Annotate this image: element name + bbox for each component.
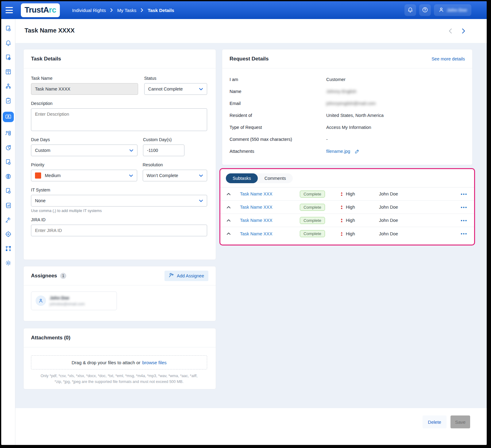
page-title: Task Name XXXX (25, 27, 75, 34)
left-sidebar (1, 19, 15, 445)
sidebar-item-ledger-icon[interactable] (4, 68, 12, 75)
resolution-select[interactable]: Won’t Complete (143, 170, 207, 181)
browse-files-link[interactable]: browse files (142, 360, 167, 365)
help-button[interactable] (419, 4, 431, 16)
subtask-assignee: John Doe (379, 218, 461, 223)
app-window: TrustArc Individual Rights My Tasks Task… (1, 1, 487, 445)
page-title-bar: Task Name XXXX (15, 19, 487, 43)
subtask-name-link[interactable]: Task Name XXX (240, 205, 300, 210)
task-name-input[interactable] (31, 83, 138, 95)
assignee-email: johndoe@email.com (50, 302, 85, 306)
priority-high-icon: ▲▲ (340, 192, 343, 196)
previous-task-button[interactable] (449, 28, 452, 34)
it-system-helper-text: Use comma (,) to add multiple IT systems (31, 209, 207, 213)
sidebar-item-document-globe-icon[interactable] (4, 54, 12, 61)
sidebar-item-document-clock-icon[interactable] (4, 25, 12, 32)
priority-select[interactable]: Medium (31, 170, 137, 181)
resolution-label: Resolution (143, 162, 207, 167)
sidebar-item-clipboard-check-icon[interactable] (4, 97, 12, 104)
status-badge: Complete (300, 204, 325, 211)
subtask-assignee: John Doe (379, 191, 461, 196)
subtask-name-link[interactable]: Task Name XXX (240, 191, 300, 196)
assignee-card[interactable]: John Doe johndoe@email.com (31, 292, 117, 310)
help-icon (422, 7, 428, 14)
save-button[interactable]: Save (450, 415, 470, 428)
breadcrumb: Individual Rights My Tasks Task Details (72, 8, 174, 13)
attachment-file-link[interactable]: filename.jpg (326, 149, 350, 154)
top-navbar: TrustArc Individual Rights My Tasks Task… (1, 1, 487, 19)
collapse-chevron-up-icon[interactable] (226, 232, 240, 235)
row-actions-menu-icon[interactable]: ••• (461, 231, 467, 236)
priority-high-icon: ▲▲ (340, 205, 343, 209)
sidebar-item-brain-icon[interactable] (4, 173, 12, 180)
breadcrumb-individual-rights[interactable]: Individual Rights (72, 8, 106, 13)
hamburger-menu-icon[interactable] (6, 7, 14, 13)
request-row-type-of-request: Type of Request Access My Information (230, 124, 464, 130)
attachments-title: Attachments (0) (31, 335, 70, 341)
person-plus-icon (169, 273, 174, 279)
trustarc-logo[interactable]: TrustArc (21, 3, 60, 17)
file-dropzone[interactable]: Drag & drop your files to attach or brow… (31, 355, 207, 369)
custom-days-input[interactable] (143, 145, 184, 156)
description-textarea[interactable] (31, 108, 207, 131)
it-system-label: IT System (31, 187, 207, 192)
dropzone-text: Drag & drop your files to attach or (72, 360, 140, 365)
sidebar-item-workflow-icon[interactable] (4, 245, 12, 252)
notifications-button[interactable] (404, 4, 416, 16)
due-days-select[interactable]: Custom (31, 145, 137, 156)
sidebar-item-bell-icon[interactable] (4, 40, 12, 46)
sidebar-item-org-chart-icon[interactable] (4, 83, 12, 90)
logo-text-dark: TrustA (25, 5, 49, 14)
user-name: John Doe (447, 8, 467, 13)
description-label: Description (31, 101, 207, 106)
row-actions-menu-icon[interactable]: ••• (461, 205, 467, 210)
sidebar-item-target-icon[interactable] (4, 231, 12, 238)
delete-button[interactable]: Delete (423, 415, 447, 428)
jira-id-input[interactable] (31, 225, 207, 236)
request-details-title: Request Details (230, 56, 269, 62)
collapse-chevron-up-icon[interactable] (226, 219, 240, 222)
priority-text: High (346, 218, 355, 223)
sidebar-item-document-info-icon[interactable] (4, 159, 12, 165)
subtask-name-link[interactable]: Task Name XXX (240, 218, 300, 223)
subtask-row: Task Name XXX Complete ▲▲High John Doe •… (220, 201, 474, 214)
chevron-right-icon (110, 8, 113, 12)
chevron-down-icon (199, 173, 203, 178)
task-details-title: Task Details (31, 56, 61, 62)
sidebar-item-person-list-icon[interactable] (4, 130, 12, 137)
it-system-select[interactable]: None (31, 195, 207, 207)
request-row-resident-of: Resident of United States, North America (230, 112, 464, 118)
tab-subtasks[interactable]: Subtasks (226, 173, 258, 183)
collapse-chevron-up-icon[interactable] (226, 193, 240, 195)
subtask-row: Task Name XXX Complete ▲▲High John Doe •… (220, 227, 474, 240)
main-content: Task Details Task Name Status Cannot Com… (15, 43, 487, 408)
row-actions-menu-icon[interactable]: ••• (461, 191, 467, 197)
row-actions-menu-icon[interactable]: ••• (461, 218, 467, 223)
supported-formats-note: Only *pdf, *csv, *xls, *xlsx, *docx, *do… (31, 373, 207, 385)
request-details-card: Request Details See more details I am Cu… (222, 49, 473, 165)
assignees-count-badge: 1 (60, 273, 66, 279)
request-row-comment: Comment (550 max characters) - (230, 136, 464, 142)
sidebar-item-pie-chart-icon[interactable] (4, 144, 12, 151)
status-select[interactable]: Cannot Complete (144, 83, 207, 95)
user-menu-button[interactable]: John Doe (434, 4, 471, 16)
breadcrumb-my-tasks[interactable]: My Tasks (117, 8, 136, 13)
chevron-down-icon (199, 87, 203, 91)
collapse-chevron-up-icon[interactable] (226, 206, 240, 209)
request-row-attachments: Attachments filename.jpg (230, 148, 464, 154)
tab-comments[interactable]: Comments (258, 173, 293, 183)
see-more-details-link[interactable]: See more details (431, 56, 465, 61)
next-task-button[interactable] (462, 28, 465, 34)
sidebar-item-individual-rights-icon[interactable] (3, 112, 14, 122)
sidebar-item-settings-gear-icon[interactable] (4, 260, 12, 266)
subtasks-comments-tabs: Subtasks Comments (226, 173, 293, 183)
assignees-card: Assignees 1 Add Assignee John Doe jo (23, 266, 216, 321)
sidebar-item-notebook-chart-icon[interactable] (4, 202, 12, 209)
due-days-label: Due Days (31, 137, 137, 142)
add-assignee-button[interactable]: Add Assignee (164, 271, 208, 281)
priority-text: High (346, 205, 355, 210)
sidebar-item-document-alert-icon[interactable] (4, 187, 12, 194)
sidebar-item-gavel-icon[interactable] (4, 216, 12, 223)
subtask-name-link[interactable]: Task Name XXX (240, 231, 300, 236)
edit-attachment-icon[interactable] (354, 149, 360, 154)
